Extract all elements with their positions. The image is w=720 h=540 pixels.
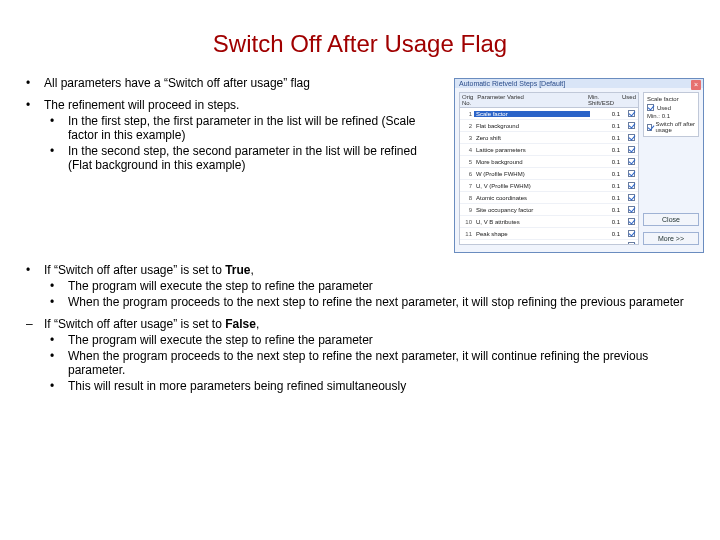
- table-row[interactable]: 1Scale factor0.1: [460, 108, 638, 120]
- table-row[interactable]: 8Atomic coordinates0.1: [460, 192, 638, 204]
- side-panel: Scale factor Used Min.: 0.1 Switch off a…: [643, 92, 699, 137]
- table-row[interactable]: 11Peak shape0.1: [460, 228, 638, 240]
- top-bullets: • All parameters have a “Switch off afte…: [24, 76, 446, 180]
- table-row[interactable]: 7U, V (Profile FWHM)0.1: [460, 180, 638, 192]
- table-row[interactable]: 3Zero shift0.1: [460, 132, 638, 144]
- table-row[interactable]: 12Asymmetry0.1: [460, 240, 638, 244]
- bullet-2a: • In the first step, the first parameter…: [44, 112, 438, 142]
- table-row[interactable]: 10U, V B attributes0.1: [460, 216, 638, 228]
- table-row[interactable]: 9Site occupancy factor0.1: [460, 204, 638, 216]
- table-row[interactable]: 4Lattice parameters0.1: [460, 144, 638, 156]
- table-header: Orig No. Parameter Varied Min. Shift/ESD…: [460, 93, 638, 108]
- bullet-true: • If “Switch off after usage” is set to …: [24, 263, 704, 317]
- bullet-1: • All parameters have a “Switch off afte…: [24, 76, 438, 98]
- used-checkbox[interactable]: [647, 104, 654, 111]
- more-button[interactable]: More >>: [643, 232, 699, 245]
- dialog-title: Automatic Rietveld Steps [Default]: [455, 79, 703, 88]
- close-button[interactable]: Close: [643, 213, 699, 226]
- table-row[interactable]: 6W (Profile FWHM)0.1: [460, 168, 638, 180]
- lower-bullets: • If “Switch off after usage” is set to …: [0, 253, 720, 401]
- close-icon[interactable]: ×: [691, 80, 701, 90]
- dialog-screenshot: Automatic Rietveld Steps [Default] × Ori…: [454, 78, 704, 253]
- switch-off-checkbox[interactable]: [647, 124, 652, 131]
- table-row[interactable]: 2Flat background0.1: [460, 120, 638, 132]
- slide-title: Switch Off After Usage Flag: [0, 30, 720, 58]
- bullet-2: • The refinement will proceed in steps. …: [24, 98, 438, 180]
- table-row[interactable]: 5More background0.1: [460, 156, 638, 168]
- bullet-2b: • In the second step, the second paramet…: [44, 142, 438, 172]
- bullet-false: – If “Switch off after usage” is set to …: [24, 317, 704, 401]
